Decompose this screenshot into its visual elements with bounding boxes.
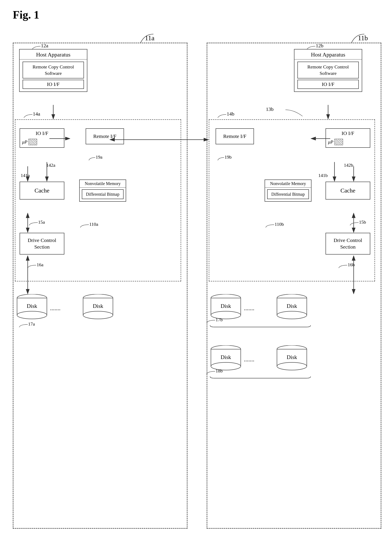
svg-text:12b: 12b [316, 43, 323, 48]
rccs-12b-box: Remote Copy Control Software [297, 62, 359, 79]
host-12b-box: Host Apparatus Remote Copy Control Softw… [294, 49, 362, 92]
ref-141a: 141a [21, 173, 30, 178]
ref-12b: 12b [300, 45, 317, 53]
diff-bitmap-14a: Differential Bitmap [82, 189, 124, 199]
svg-point-45 [211, 362, 241, 370]
cache-14b: Cache [326, 182, 370, 200]
svg-text:18b: 18b [216, 368, 223, 373]
ref-14a: 14a [17, 114, 35, 121]
up-row-14b: μP [326, 138, 370, 147]
ref-141b: 141b [318, 173, 328, 178]
rccs-12b-label: Remote Copy Control Software [308, 64, 349, 76]
ref-142a: 142a [46, 163, 55, 168]
svg-text:17a: 17a [28, 321, 35, 327]
ref-14b: 14b [211, 114, 228, 121]
svg-text:110a: 110a [89, 221, 98, 227]
svg-text:Disk: Disk [287, 354, 297, 360]
hatch-14b [335, 139, 343, 145]
remote-if-19b: Remote I/F [216, 128, 254, 144]
svg-point-49 [277, 362, 307, 370]
io-if-ctrl-14b: IO I/F μP [326, 128, 370, 148]
nonvol-14a: Nonvolatile Memory Differential Bitmap [79, 179, 126, 202]
remote-if-19a: Remote I/F [86, 128, 124, 144]
disk-18b-2: Disk [275, 345, 309, 376]
svg-text:14b: 14b [227, 111, 234, 117]
svg-point-13 [17, 311, 47, 319]
up-row-14a: μP [20, 138, 64, 147]
dots-18b: ....... [244, 356, 254, 363]
svg-text:Disk: Disk [221, 303, 231, 309]
ref-110b: 110b [264, 224, 279, 231]
ref-142b: 142b [344, 163, 353, 168]
up-label-14b: μP [328, 139, 333, 145]
io-if-ctrl-14a: IO I/F μP [20, 128, 64, 148]
svg-point-17 [83, 311, 113, 319]
dots-17a: ....... [50, 305, 61, 312]
hatch-14a [28, 139, 37, 145]
svg-text:Disk: Disk [93, 303, 103, 309]
svg-text:Disk: Disk [27, 303, 37, 309]
diff-bitmap-14b: Differential Bitmap [267, 189, 309, 199]
dots-17b: ....... [244, 305, 254, 312]
nonvol-14b-title: Nonvolatile Memory [265, 180, 311, 188]
storage-ctrl-14a: 14a IO I/F μP Remote I/F 19a Cache [15, 119, 181, 281]
svg-text:Disk: Disk [287, 303, 297, 309]
nonvol-14b: Nonvolatile Memory Differential Bitmap [265, 179, 311, 202]
io-if-12b-label: IO I/F [322, 81, 334, 87]
io-if-12b-box: IO I/F [297, 80, 359, 89]
ref-16a: 16a [26, 265, 41, 271]
ref-19a: 19a [87, 157, 99, 164]
svg-text:16b: 16b [348, 262, 355, 267]
ref-16b: 16b [337, 265, 351, 271]
svg-text:14a: 14a [33, 111, 40, 117]
io-if-ctrl-14b-title: IO I/F [326, 129, 370, 138]
ref-17b: 17b [204, 320, 219, 326]
svg-text:19b: 19b [224, 154, 231, 160]
ref-15b: 15b [348, 222, 363, 229]
svg-point-40 [277, 311, 307, 319]
ref-18b: 18b [204, 371, 219, 378]
figure-label: Fig. 1 [13, 8, 39, 21]
cache-14a: Cache [20, 182, 64, 200]
svg-text:19a: 19a [96, 154, 103, 160]
storage-ctrl-14b: 14b Remote I/F 19b IO I/F μP [209, 119, 375, 281]
ref-110a: 110a [78, 224, 93, 231]
ref-15a: 15a [27, 222, 42, 229]
ref-11b-curve [339, 32, 366, 45]
ref-19b: 19b [216, 157, 228, 164]
disk-17b-2: Disk [275, 294, 309, 325]
drive-ctrl-14a: Drive Control Section [20, 233, 64, 255]
disk-17a-2: Disk [81, 294, 115, 325]
svg-text:17b: 17b [216, 317, 223, 322]
ref-17a: 17a [17, 324, 32, 331]
disk-17a-1: Disk [15, 294, 49, 325]
svg-text:110b: 110b [275, 221, 284, 227]
svg-point-36 [211, 311, 241, 319]
nonvol-14a-title: Nonvolatile Memory [80, 180, 126, 188]
svg-text:15a: 15a [38, 219, 45, 225]
page-root: Fig. 1 11a Host Apparatus Remote Copy Co… [0, 0, 392, 550]
io-if-ctrl-14a-title: IO I/F [20, 129, 64, 138]
svg-text:Disk: Disk [221, 354, 231, 360]
up-label-14a: μP [22, 139, 27, 145]
svg-text:15b: 15b [359, 219, 366, 225]
svg-text:16a: 16a [37, 262, 43, 267]
drive-ctrl-14b: Drive Control Section [326, 233, 370, 255]
